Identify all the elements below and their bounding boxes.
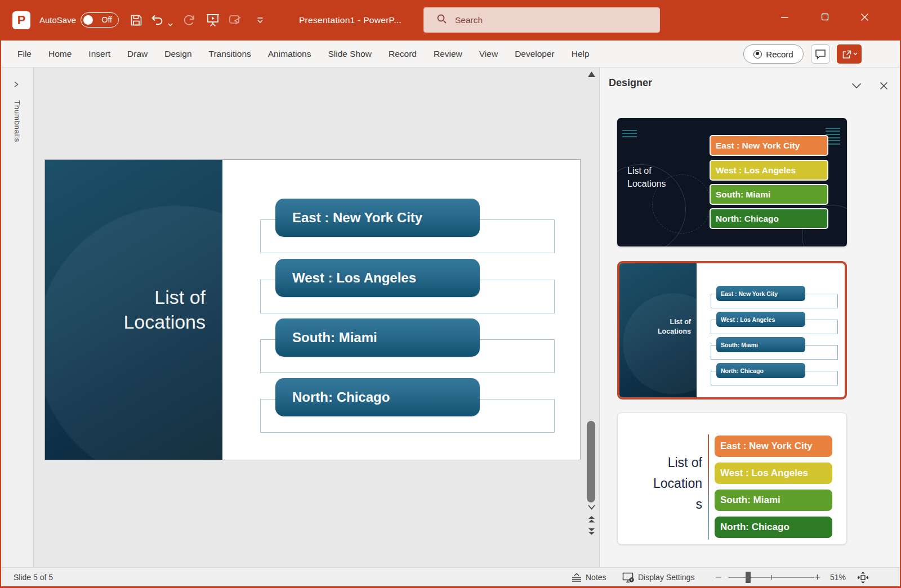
thumbnails-pane-collapsed[interactable]: Thumbnails bbox=[1, 68, 34, 567]
slide-indicator: Slide 5 of 5 bbox=[14, 568, 53, 587]
scroll-up-button[interactable] bbox=[586, 70, 597, 79]
collapse-designer-icon[interactable] bbox=[850, 79, 863, 92]
location-shape-label: West : Los Angeles bbox=[292, 270, 416, 286]
design-suggestion-3[interactable]: List of Locations East : New York City W… bbox=[617, 412, 847, 545]
search-box[interactable] bbox=[423, 7, 660, 33]
notes-button[interactable]: Notes bbox=[571, 568, 606, 587]
expand-thumbnails-icon[interactable] bbox=[13, 80, 20, 90]
autosave-label: AutoSave bbox=[39, 15, 76, 25]
design1-title: List of Locations bbox=[627, 164, 679, 190]
zoom-out-button[interactable]: − bbox=[715, 568, 721, 587]
close-designer-icon[interactable] bbox=[877, 79, 890, 92]
designer-pane: Designer List of Locations East : New Yo… bbox=[599, 68, 900, 567]
scrollbar-thumb[interactable] bbox=[587, 421, 595, 502]
ribbon-tabs: File Home Insert Draw Design Transitions… bbox=[9, 41, 598, 68]
tab-transitions[interactable]: Transitions bbox=[200, 41, 260, 68]
zoom-in-button[interactable]: + bbox=[814, 568, 820, 587]
thumbnails-pane-label: Thumbnails bbox=[13, 100, 21, 142]
zoom-slider-thumb[interactable] bbox=[746, 572, 751, 583]
decorative-dashes bbox=[622, 130, 637, 137]
comments-button[interactable] bbox=[811, 44, 830, 64]
location-shape[interactable]: North: Chicago bbox=[275, 378, 480, 416]
tab-design[interactable]: Design bbox=[156, 41, 200, 68]
powerpoint-window: P AutoSave Off bbox=[0, 0, 901, 588]
design-suggestion-2-selected[interactable]: List of Locations East : New York City W… bbox=[617, 261, 847, 400]
scroll-down-button[interactable] bbox=[586, 502, 597, 511]
design2-shape: South: Miami bbox=[716, 337, 805, 352]
design1-chip: East : New York City bbox=[710, 135, 828, 156]
close-button[interactable] bbox=[851, 0, 877, 34]
design3-chip: East : New York City bbox=[715, 436, 832, 457]
location-shape[interactable]: East : New York City bbox=[275, 199, 480, 237]
undo-dropdown-icon[interactable] bbox=[166, 17, 174, 33]
location-shape-label: North: Chicago bbox=[292, 389, 390, 405]
location-shape[interactable]: West : Los Angeles bbox=[275, 259, 480, 297]
tab-home[interactable]: Home bbox=[40, 41, 80, 68]
record-button[interactable]: Record bbox=[743, 44, 804, 64]
slide-title[interactable]: List of Locations bbox=[87, 285, 206, 334]
location-shape-label: South: Miami bbox=[292, 330, 377, 345]
tab-slide-show[interactable]: Slide Show bbox=[319, 41, 380, 68]
design2-shape: East : New York City bbox=[716, 286, 805, 301]
design2-title: List of Locations bbox=[649, 317, 691, 336]
location-shape-label: East : New York City bbox=[292, 210, 422, 226]
slideshow-icon[interactable] bbox=[205, 12, 221, 28]
design3-chip: North: Chicago bbox=[715, 517, 832, 538]
designer-pane-title: Designer bbox=[609, 77, 652, 89]
search-input[interactable] bbox=[455, 15, 635, 25]
design-suggestion-1[interactable]: List of Locations East : New York City W… bbox=[617, 118, 847, 246]
slide-title-panel[interactable]: List of Locations bbox=[45, 160, 222, 460]
titlebar: P AutoSave Off bbox=[1, 0, 900, 41]
record-dot-icon bbox=[753, 50, 762, 59]
laser-pointer-icon bbox=[228, 12, 243, 28]
tab-insert[interactable]: Insert bbox=[80, 41, 119, 68]
fit-slide-to-window-button[interactable] bbox=[857, 568, 869, 587]
save-icon[interactable] bbox=[128, 12, 144, 28]
zoom-slider-tick bbox=[771, 575, 772, 580]
fit-slide-icon bbox=[857, 572, 869, 583]
design1-chip: South: Miami bbox=[710, 184, 828, 205]
next-slide-button[interactable] bbox=[586, 527, 597, 536]
status-bar: Slide 5 of 5 Notes Display Settings − + … bbox=[1, 567, 900, 586]
previous-slide-button[interactable] bbox=[586, 515, 597, 524]
design2-shape: West : Los Angeles bbox=[716, 312, 805, 327]
design1-chip: North: Chicago bbox=[710, 208, 828, 229]
tab-developer[interactable]: Developer bbox=[506, 41, 563, 68]
tab-view[interactable]: View bbox=[471, 41, 506, 68]
powerpoint-logo-icon[interactable]: P bbox=[12, 11, 30, 29]
comment-icon bbox=[815, 49, 826, 60]
design3-title: List of Locations bbox=[648, 452, 702, 515]
display-settings-button[interactable]: Display Settings bbox=[622, 568, 694, 587]
tab-draw[interactable]: Draw bbox=[119, 41, 156, 68]
design1-chip: West : Los Angeles bbox=[710, 160, 828, 181]
autosave-toggle[interactable]: Off bbox=[81, 12, 119, 28]
notes-icon bbox=[571, 573, 582, 582]
tab-help[interactable]: Help bbox=[563, 41, 598, 68]
design3-chip: West : Los Angeles bbox=[715, 463, 832, 484]
ribbon-tab-bar: File Home Insert Draw Design Transitions… bbox=[1, 41, 900, 68]
tab-file[interactable]: File bbox=[9, 41, 40, 68]
record-button-label: Record bbox=[766, 50, 793, 59]
tab-review[interactable]: Review bbox=[425, 41, 471, 68]
share-icon bbox=[841, 49, 852, 60]
search-icon bbox=[436, 14, 447, 26]
location-shape[interactable]: South: Miami bbox=[275, 318, 480, 357]
editing-area: Thumbnails List of Locations East : New … bbox=[1, 68, 900, 567]
design2-title-panel: List of Locations bbox=[619, 263, 697, 397]
design3-chip: South: Miami bbox=[715, 490, 832, 511]
minimize-button[interactable] bbox=[771, 0, 797, 34]
autosave-state: Off bbox=[102, 15, 112, 24]
share-button[interactable] bbox=[837, 44, 862, 64]
decorative-divider bbox=[708, 434, 709, 540]
redo-icon bbox=[181, 12, 197, 28]
maximize-button[interactable] bbox=[812, 0, 838, 34]
tab-animations[interactable]: Animations bbox=[260, 41, 320, 68]
zoom-level[interactable]: 51% bbox=[830, 568, 846, 587]
undo-icon[interactable] bbox=[150, 12, 166, 28]
toggle-knob-icon bbox=[83, 15, 93, 25]
share-dropdown-icon bbox=[853, 52, 858, 56]
slide-canvas[interactable]: List of Locations East : New York City W… bbox=[44, 159, 581, 460]
display-settings-icon bbox=[622, 572, 635, 583]
decorative-dashes bbox=[826, 128, 840, 135]
tab-record[interactable]: Record bbox=[380, 41, 425, 68]
